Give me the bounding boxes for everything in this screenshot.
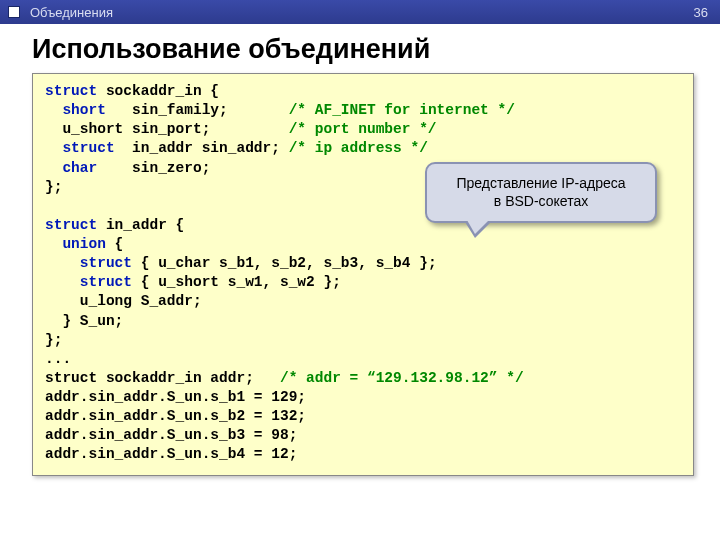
code-text: }; [45,332,62,348]
code-block: struct sockaddr_in { short sin_family; /… [32,73,694,476]
header-decor-square [8,6,20,18]
code-text: sin_family; [106,102,289,118]
code-text: u_long S_addr; [45,293,202,309]
code-text: ... [45,351,71,367]
code-text: u_short sin_port; [45,121,289,137]
code-text: addr.sin_addr.S_un.s_b1 = 129; [45,389,306,405]
code-text: } S_un; [45,313,123,329]
kw-short: short [62,102,106,118]
code-text: { [106,236,123,252]
kw-union: union [62,236,106,252]
code-text: in_addr { [97,217,184,233]
section-label: Объединения [30,5,113,20]
code-text: addr.sin_addr.S_un.s_b3 = 98; [45,427,297,443]
code-text: addr.sin_addr.S_un.s_b4 = 12; [45,446,297,462]
code-text: struct sockaddr_in addr; [45,370,280,386]
comment: /* AF_INET for internet */ [289,102,515,118]
code-text: { u_short s_w1, s_w2 }; [132,274,341,290]
callout-line1: Представление IP-адреса [435,174,647,192]
code-text: sin_zero; [97,160,210,176]
kw-struct: struct [62,140,114,156]
code-text: }; [45,179,62,195]
page-number: 36 [694,5,708,20]
kw-struct: struct [80,274,132,290]
kw-struct: struct [45,83,97,99]
header-bar: Объединения 36 [0,0,720,24]
code-text: in_addr sin_addr; [115,140,289,156]
comment: /* ip address */ [289,140,428,156]
slide-title: Использование объединений [0,24,720,73]
comment: /* port number */ [289,121,437,137]
comment: /* addr = “129.132.98.12” */ [280,370,524,386]
callout-box: Представление IP-адреса в BSD-сокетах [425,162,657,223]
kw-struct: struct [45,217,97,233]
code-text: addr.sin_addr.S_un.s_b2 = 132; [45,408,306,424]
callout-line2: в BSD-сокетах [435,192,647,210]
kw-char: char [62,160,97,176]
kw-struct: struct [80,255,132,271]
code-text: { u_char s_b1, s_b2, s_b3, s_b4 }; [132,255,437,271]
code-text: sockaddr_in { [97,83,219,99]
